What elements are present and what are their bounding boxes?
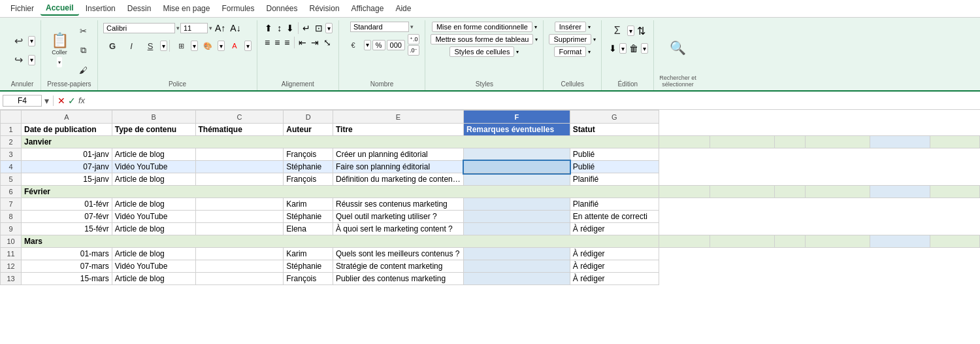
inserer-button[interactable]: Insérer — [555, 22, 586, 32]
cell-r11-c1[interactable]: 01-mars — [22, 248, 112, 260]
cell-r8-c4[interactable]: Stéphanie — [284, 211, 333, 223]
redo-dropdown[interactable]: ▾ — [28, 55, 35, 65]
menu-item-dessin[interactable]: Dessin — [122, 2, 157, 15]
font-color-dropdown[interactable]: ▾ — [244, 41, 252, 51]
align-center-button[interactable]: ≡ — [272, 36, 282, 49]
cell-r12-c3[interactable] — [195, 260, 284, 273]
cell-r5-c6[interactable] — [464, 173, 570, 186]
cell-r6-c3[interactable] — [710, 186, 774, 198]
row-number-11[interactable]: 11 — [1, 248, 22, 260]
cell-r10-c5[interactable] — [806, 235, 870, 248]
coller-button[interactable]: 📋 Coller ▾ — [46, 32, 73, 69]
cell-r2-c1[interactable]: Janvier — [22, 136, 659, 148]
search-button[interactable]: 🔍 — [664, 31, 691, 65]
cell-r4-c4[interactable]: Stéphanie — [284, 161, 333, 173]
cell-r4-c3[interactable] — [195, 161, 284, 173]
cell-r13-c3[interactable] — [195, 273, 284, 285]
accounting-button[interactable]: € — [344, 36, 363, 54]
number-format-dropdown[interactable]: ▾ — [410, 24, 414, 30]
comma-button[interactable]: 000 — [387, 40, 405, 50]
row-number-7[interactable]: 7 — [1, 198, 22, 211]
decrease-indent-button[interactable]: ⇤ — [297, 36, 308, 49]
fill-color-button[interactable]: 🎨 — [199, 37, 217, 55]
cell-r5-c5[interactable]: Définition du marketing de contenus — [333, 173, 464, 186]
clear-button[interactable]: 🗑 — [627, 42, 640, 55]
insert-function-icon[interactable]: fx — [78, 95, 85, 105]
cell-r13-c1[interactable]: 15-mars — [22, 273, 112, 285]
styles-cellules-button[interactable]: Styles de cellules — [449, 46, 514, 57]
increase-decimal-button[interactable]: ⁺.0 — [408, 34, 420, 44]
align-middle-button[interactable]: ↕ — [275, 22, 284, 35]
cell-r4-c5[interactable]: Faire son planning éditorial — [333, 161, 464, 173]
row-number-9[interactable]: 9 — [1, 223, 22, 235]
cell-r2-c7[interactable] — [930, 136, 980, 148]
cell-r10-c7[interactable] — [930, 235, 980, 248]
somme-button[interactable]: Σ — [608, 22, 627, 40]
cell-r9-c3[interactable] — [195, 223, 284, 235]
col-header-D[interactable]: D — [284, 111, 333, 124]
cell-r7-c4[interactable]: Karim — [284, 198, 333, 211]
cell-r11-c2[interactable]: Article de blog — [112, 248, 195, 260]
cell-r3-c1[interactable]: 01-janv — [22, 148, 112, 161]
cell-r2-c3[interactable] — [710, 136, 774, 148]
fill-dropdown[interactable]: ▾ — [619, 43, 627, 54]
merge-dropdown[interactable]: ▾ — [325, 23, 333, 33]
menu-item-accueil[interactable]: Accueil — [41, 1, 79, 16]
cell-r5-c1[interactable]: 15-janv — [22, 173, 112, 186]
styles-cellules-dropdown[interactable]: ▾ — [516, 49, 519, 55]
align-right-button[interactable]: ≡ — [282, 36, 291, 49]
mise-en-forme-dropdown[interactable]: ▾ — [534, 24, 537, 30]
cell-r4-c2[interactable]: Vidéo YouTube — [112, 161, 195, 173]
cell-r8-c5[interactable]: Quel outil marketing utiliser ? — [333, 211, 464, 223]
col-header-A[interactable]: A — [22, 111, 112, 124]
somme-dropdown[interactable]: ▾ — [627, 26, 634, 36]
cell-r13-c5[interactable]: Publier des contenus marketing — [333, 273, 464, 285]
menu-item-fichier[interactable]: Fichier — [5, 2, 39, 15]
row-number-5[interactable]: 5 — [1, 173, 22, 186]
cell-r7-c3[interactable] — [195, 198, 284, 211]
format-button[interactable]: Format — [554, 46, 586, 57]
cell-r9-c4[interactable]: Elena — [284, 223, 333, 235]
formula-expand-icon[interactable]: ▾ — [44, 95, 49, 106]
col-header-G[interactable]: G — [570, 111, 659, 124]
menu-item-donnees[interactable]: Données — [261, 2, 302, 15]
cell-r2-c4[interactable] — [774, 136, 805, 148]
couper-button[interactable]: ✂ — [74, 22, 92, 40]
cell-r12-c4[interactable]: Stéphanie — [284, 260, 333, 273]
cell-r9-c1[interactable]: 15-févr — [22, 223, 112, 235]
cell-r2-c6[interactable] — [870, 136, 930, 148]
menu-item-formules[interactable]: Formules — [216, 2, 259, 15]
cell-r12-c5[interactable]: Stratégie de content marketing — [333, 260, 464, 273]
cell-r6-c2[interactable] — [659, 186, 710, 198]
cell-r11-c4[interactable]: Karim — [284, 248, 333, 260]
mettre-tableau-dropdown[interactable]: ▾ — [535, 37, 538, 43]
mettre-tableau-button[interactable]: Mettre sous forme de tableau — [431, 34, 533, 44]
reproduire-button[interactable]: 🖌 — [74, 61, 92, 79]
cell-r6-c6[interactable] — [870, 186, 930, 198]
row-number-8[interactable]: 8 — [1, 211, 22, 223]
menu-item-affichage[interactable]: Affichage — [346, 2, 389, 15]
cell-r9-c7[interactable]: À rédiger — [570, 223, 659, 235]
undo-button[interactable]: ↩ — [9, 32, 27, 50]
cell-r13-c2[interactable]: Article de blog — [112, 273, 195, 285]
text-direction-button[interactable]: ⤡ — [321, 36, 333, 49]
row-number-12[interactable]: 12 — [1, 260, 22, 273]
cell-r7-c7[interactable]: Planifié — [570, 198, 659, 211]
cell-r6-c1[interactable]: Février — [22, 186, 659, 198]
cell-r11-c7[interactable]: À rédiger — [570, 248, 659, 260]
cell-r7-c6[interactable] — [464, 198, 570, 211]
row-number-6[interactable]: 6 — [1, 186, 22, 198]
cell-r13-c4[interactable]: François — [284, 273, 333, 285]
cell-r2-c2[interactable] — [659, 136, 710, 148]
decrease-font-button[interactable]: A↓ — [228, 22, 242, 35]
increase-font-button[interactable]: A↑ — [213, 22, 227, 35]
col-header-E[interactable]: E — [333, 111, 464, 124]
mise-en-forme-cond-button[interactable]: Mise en forme conditionnelle — [432, 22, 532, 32]
cell-r1-c1[interactable]: Date de publication — [22, 124, 112, 136]
cell-r5-c2[interactable]: Article de blog — [112, 173, 195, 186]
format-dropdown[interactable]: ▾ — [588, 49, 591, 55]
percent-button[interactable]: % — [372, 40, 385, 50]
cell-r12-c1[interactable]: 07-mars — [22, 260, 112, 273]
cell-r8-c2[interactable]: Vidéo YouTube — [112, 211, 195, 223]
supprimer-button[interactable]: Supprimer — [549, 34, 591, 44]
